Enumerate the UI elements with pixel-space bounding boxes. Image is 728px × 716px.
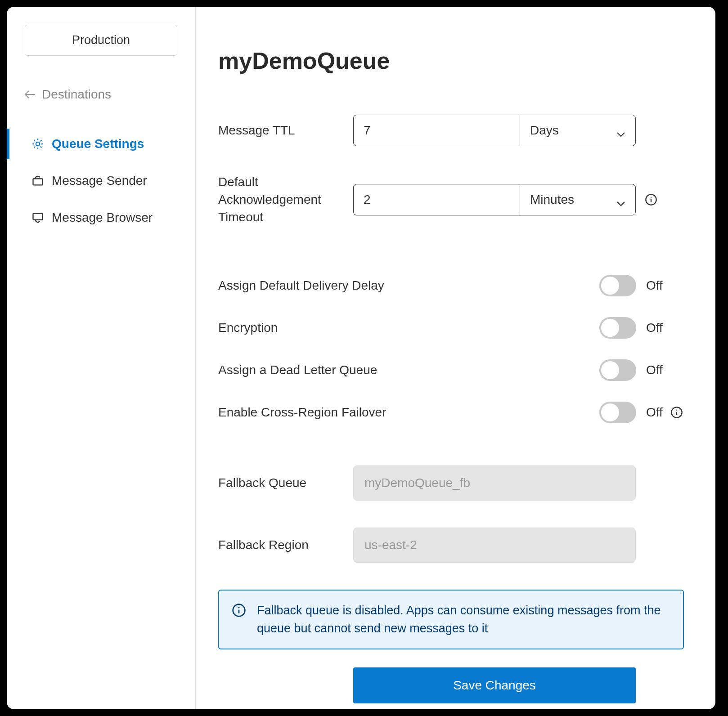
ack-timeout-label: Default Acknowledgement Timeout (218, 173, 353, 226)
breadcrumb-label: Destinations (42, 87, 111, 102)
sidebar-item-label: Queue Settings (52, 137, 144, 151)
app-window: Production Destinations Queue Settings (7, 7, 715, 709)
message-ttl-input[interactable]: 7 (353, 115, 520, 146)
ack-timeout-unit-value: Minutes (530, 192, 574, 207)
form-row-message-ttl: Message TTL 7 Days (218, 115, 684, 146)
sidebar-item-label: Message Browser (52, 210, 153, 225)
sidebar-item-message-browser[interactable]: Message Browser (20, 202, 182, 233)
sidebar-item-message-sender[interactable]: Message Sender (20, 166, 182, 196)
chevron-down-icon (616, 195, 625, 204)
cross-region-label: Enable Cross-Region Failover (218, 405, 599, 420)
info-icon[interactable] (645, 193, 657, 206)
arrow-left-icon (25, 89, 36, 100)
send-icon (31, 174, 45, 188)
svg-point-6 (676, 409, 677, 410)
encryption-state: Off (646, 321, 666, 335)
message-ttl-unit-value: Days (530, 123, 559, 138)
breadcrumb[interactable]: Destinations (20, 87, 182, 102)
main-content: myDemoQueue Message TTL 7 Days Default A… (196, 7, 715, 709)
fallback-region-input: us-east-2 (353, 528, 636, 563)
toggle-row-delivery-delay: Assign Default Delivery Delay Off (218, 275, 684, 296)
toggle-row-encryption: Encryption Off (218, 317, 684, 339)
nav-list: Queue Settings Message Sender (20, 129, 182, 239)
page-title: myDemoQueue (218, 47, 684, 74)
toggle-row-cross-region: Enable Cross-Region Failover Off (218, 402, 684, 423)
form-row-fallback-region: Fallback Region us-east-2 (218, 528, 684, 563)
info-box-text: Fallback queue is disabled. Apps can con… (257, 601, 670, 638)
svg-point-0 (36, 142, 40, 146)
message-ttl-label: Message TTL (218, 121, 353, 139)
dead-letter-state: Off (646, 363, 666, 377)
gear-icon (31, 137, 45, 151)
info-icon[interactable] (670, 406, 684, 419)
chevron-down-icon (616, 126, 625, 135)
environment-selector[interactable]: Production (25, 25, 177, 56)
toggle-row-dead-letter: Assign a Dead Letter Queue Off (218, 359, 684, 381)
encryption-toggle[interactable] (599, 317, 636, 339)
info-icon (232, 603, 246, 619)
browser-icon (31, 211, 45, 224)
encryption-label: Encryption (218, 321, 599, 335)
form-row-ack-timeout: Default Acknowledgement Timeout 2 Minute… (218, 173, 684, 226)
sidebar-item-queue-settings[interactable]: Queue Settings (20, 129, 182, 159)
info-box: Fallback queue is disabled. Apps can con… (218, 590, 684, 649)
delivery-delay-toggle[interactable] (599, 275, 636, 296)
dead-letter-toggle[interactable] (599, 359, 636, 381)
fallback-queue-label: Fallback Queue (218, 474, 353, 492)
save-changes-button[interactable]: Save Changes (353, 667, 636, 703)
fallback-region-label: Fallback Region (218, 536, 353, 554)
fallback-queue-input: myDemoQueue_fb (353, 465, 636, 501)
sidebar: Production Destinations Queue Settings (7, 7, 196, 709)
delivery-delay-state: Off (646, 278, 666, 293)
cross-region-state: Off (646, 405, 666, 420)
svg-point-8 (238, 607, 239, 608)
svg-rect-2 (33, 214, 43, 220)
cross-region-toggle[interactable] (599, 402, 636, 423)
ack-timeout-unit-select[interactable]: Minutes (520, 184, 636, 215)
message-ttl-unit-select[interactable]: Days (520, 115, 636, 146)
sidebar-item-label: Message Sender (52, 174, 147, 188)
svg-point-4 (651, 197, 652, 197)
delivery-delay-label: Assign Default Delivery Delay (218, 278, 599, 293)
ack-timeout-input[interactable]: 2 (353, 184, 520, 215)
form-row-fallback-queue: Fallback Queue myDemoQueue_fb (218, 465, 684, 501)
svg-rect-1 (33, 179, 43, 185)
dead-letter-label: Assign a Dead Letter Queue (218, 363, 599, 377)
